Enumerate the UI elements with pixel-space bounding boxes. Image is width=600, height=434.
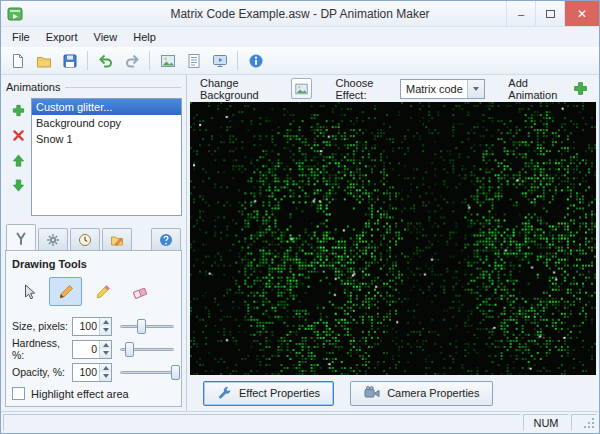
highlight-effect-checkbox[interactable] (12, 387, 25, 400)
status-bar: NUM (1, 411, 599, 433)
tab-effect-settings[interactable] (38, 228, 68, 251)
list-item[interactable]: Background copy (32, 115, 181, 131)
open-file-button[interactable] (31, 49, 56, 73)
delete-animation-layer-button[interactable] (9, 126, 27, 144)
list-item[interactable]: Snow 1 (32, 131, 181, 147)
opacity-slider[interactable] (119, 363, 175, 382)
size-spinner[interactable]: 100 (72, 317, 112, 336)
hardness-slider-thumb[interactable] (125, 342, 134, 357)
hardness-spinner[interactable]: 0 (72, 340, 112, 359)
hardness-spin-down[interactable] (100, 349, 111, 358)
highlight-effect-row[interactable]: Highlight effect area (10, 383, 177, 400)
drawing-tools-page: Drawing Tools Size, pi (5, 250, 182, 407)
clock-icon (78, 233, 92, 247)
app-window: Matrix Code Example.asw - DP Animation M… (0, 0, 600, 434)
delete-x-icon (12, 129, 25, 142)
opacity-spin-down[interactable] (100, 372, 111, 381)
new-document-button[interactable] (5, 49, 30, 73)
redo-icon (124, 53, 140, 69)
size-slider-track (120, 325, 174, 328)
size-spin-up[interactable] (100, 318, 111, 327)
list-item[interactable]: Custom glitter... (32, 99, 181, 115)
save-button[interactable] (57, 49, 82, 73)
animations-header-label: Animations (6, 81, 60, 93)
animations-list-row: Custom glitter... Background copy Snow 1 (5, 98, 182, 216)
effect-properties-button[interactable]: Effect Properties (203, 381, 334, 406)
opacity-spin-up[interactable] (100, 364, 111, 373)
marker-tool-button[interactable] (86, 277, 119, 306)
hardness-slider[interactable] (119, 340, 175, 359)
slingshot-tool-icon (14, 231, 28, 245)
undo-button[interactable] (93, 49, 118, 73)
plus-icon (572, 80, 589, 97)
add-animation-layer-button[interactable] (9, 101, 27, 119)
redo-button[interactable] (119, 49, 144, 73)
undo-icon (98, 53, 114, 69)
about-button[interactable] (243, 49, 268, 73)
size-label: Size, pixels: (12, 320, 72, 332)
move-layer-down-button[interactable] (9, 176, 27, 194)
tab-help[interactable] (151, 228, 181, 251)
size-spin-down[interactable] (100, 326, 111, 335)
new-document-icon (10, 53, 26, 69)
hardness-label: Hardness, %: (12, 337, 72, 361)
opacity-value: 100 (73, 364, 99, 381)
tab-drawing-tools[interactable] (6, 224, 36, 251)
marker-icon (94, 283, 112, 301)
maximize-button[interactable] (535, 1, 564, 26)
highlight-effect-label: Highlight effect area (31, 388, 129, 400)
size-spin-arrows (99, 318, 111, 335)
eraser-icon (131, 283, 149, 301)
status-end-pane (571, 414, 597, 431)
dropdown-arrow-icon[interactable] (467, 80, 484, 98)
arrow-down-icon (11, 178, 26, 193)
background-image-button[interactable] (291, 78, 313, 99)
size-slider-thumb[interactable] (137, 319, 146, 334)
menu-export[interactable]: Export (38, 27, 86, 47)
add-animation-button[interactable] (572, 79, 589, 99)
tab-timing[interactable] (70, 228, 100, 251)
preview-area (190, 102, 596, 375)
resize-grip[interactable] (582, 416, 596, 430)
camera-properties-button[interactable]: Camera Properties (350, 381, 493, 406)
content-area: Animations (1, 75, 599, 411)
size-slider[interactable] (119, 317, 175, 336)
move-layer-up-button[interactable] (9, 151, 27, 169)
hardness-value: 0 (73, 341, 99, 358)
change-background-button[interactable]: Change Background (197, 75, 285, 103)
opacity-row: Opacity, %: 100 (10, 361, 177, 383)
main-toolbar (1, 47, 599, 75)
add-background-button[interactable] (155, 49, 180, 73)
gear-icon (46, 233, 60, 247)
eraser-tool-button[interactable] (123, 277, 156, 306)
select-arrow-tool-button[interactable] (12, 277, 45, 306)
add-animation-label: Add Animation (508, 77, 566, 101)
properties-bar: Effect Properties Camera Properties (187, 375, 599, 411)
choose-effect-label: Choose Effect: (335, 77, 394, 101)
menu-help[interactable]: Help (125, 27, 164, 47)
opacity-slider-thumb[interactable] (171, 365, 180, 380)
size-row: Size, pixels: 100 (10, 315, 177, 337)
make-video-button[interactable] (207, 49, 232, 73)
image-icon (160, 53, 176, 69)
pencil-icon (57, 283, 75, 301)
header-rule (65, 87, 181, 88)
minimize-button[interactable]: – (506, 1, 535, 26)
hardness-spin-arrows (99, 341, 111, 358)
hardness-spin-up[interactable] (100, 341, 111, 350)
opacity-spinner[interactable]: 100 (72, 363, 112, 382)
hardness-row: Hardness, %: 0 (10, 337, 177, 361)
effect-properties-label: Effect Properties (239, 387, 320, 399)
close-button[interactable]: ✕ (564, 1, 599, 26)
animation-layers-list[interactable]: Custom glitter... Background copy Snow 1 (31, 98, 182, 216)
add-text-button[interactable] (181, 49, 206, 73)
effect-select[interactable]: Matrix code (400, 79, 485, 99)
animation-preview-canvas[interactable] (190, 102, 596, 375)
title-bar[interactable]: Matrix Code Example.asw - DP Animation M… (1, 1, 599, 27)
effect-select-value: Matrix code (401, 80, 467, 98)
menu-file[interactable]: File (4, 27, 38, 47)
tab-file-tools[interactable] (102, 228, 132, 251)
pencil-tool-button[interactable] (49, 277, 82, 306)
menu-view[interactable]: View (86, 27, 126, 47)
animation-list-buttons (5, 98, 31, 216)
